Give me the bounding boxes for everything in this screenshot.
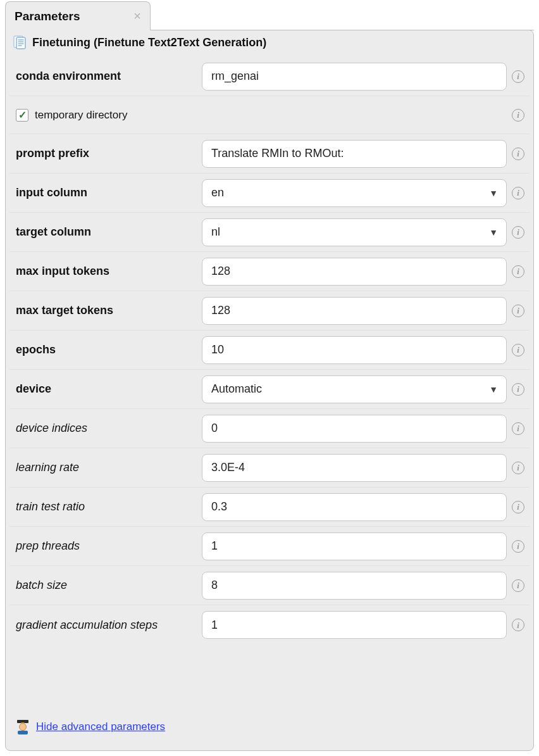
row-prompt-prefix: prompt prefix i [9,134,530,173]
tab-parameters[interactable]: Parameters × [5,1,151,30]
label-gradient-accumulation-steps: gradient accumulation steps [12,619,202,632]
svg-rect-9 [22,722,25,724]
epochs-input[interactable] [202,336,507,364]
target-column-select[interactable] [202,218,507,246]
row-gradient-accumulation-steps: gradient accumulation steps i [9,605,530,645]
info-icon[interactable]: i [512,579,524,592]
svg-rect-8 [18,731,28,734]
row-train-test-ratio: train test ratio i [9,488,530,527]
label-device: device [12,382,202,396]
input-column-select[interactable] [202,179,507,207]
info-icon[interactable]: i [512,265,524,278]
info-icon[interactable]: i [512,619,524,631]
temporary-directory-checkbox[interactable]: ✓ [16,109,28,122]
device-select[interactable] [202,375,507,403]
row-max-target-tokens: max target tokens i [9,291,530,331]
row-epochs: epochs i [9,331,530,370]
row-batch-size: batch size i [9,566,530,605]
label-device-indices: device indices [12,422,202,435]
learning-rate-input[interactable] [202,454,507,482]
parameter-rows: conda environment i ✓ temporary director… [6,57,533,645]
info-icon[interactable]: i [512,187,524,199]
operator-header: Finetuning (Finetune Text2Text Generatio… [6,30,533,57]
row-prep-threads: prep threads i [9,527,530,566]
tab-bar: Parameters × [0,0,539,31]
max-target-tokens-input[interactable] [202,297,507,325]
info-icon[interactable]: i [512,540,524,553]
label-epochs: epochs [12,343,202,356]
train-test-ratio-input[interactable] [202,493,507,521]
svg-rect-1 [16,37,25,49]
info-icon[interactable]: i [512,109,524,122]
label-prep-threads: prep threads [12,539,202,553]
conda-environment-input[interactable] [202,63,507,91]
label-train-test-ratio: train test ratio [12,500,202,513]
info-icon[interactable]: i [512,70,524,83]
row-target-column: target column ▼ i [9,213,530,252]
device-indices-input[interactable] [202,415,507,443]
max-input-tokens-input[interactable] [202,258,507,286]
tab-title: Parameters [15,9,80,23]
operator-title: Finetuning (Finetune Text2Text Generatio… [32,36,266,49]
batch-size-input[interactable] [202,572,507,600]
svg-point-7 [20,724,27,731]
panel-body: Finetuning (Finetune Text2Text Generatio… [5,30,534,751]
info-icon[interactable]: i [512,226,524,239]
gradient-accumulation-steps-input[interactable] [202,611,507,639]
document-icon [13,35,26,49]
row-input-column: input column ▼ i [9,173,530,213]
info-icon[interactable]: i [512,148,524,160]
hide-advanced-link[interactable]: Hide advanced parameters [36,721,165,733]
label-prompt-prefix: prompt prefix [12,147,202,160]
row-device: device ▼ i [9,370,530,409]
row-device-indices: device indices i [9,409,530,448]
info-icon[interactable]: i [512,422,524,435]
row-max-input-tokens: max input tokens i [9,252,530,291]
row-temporary-directory: ✓ temporary directory i [9,96,530,134]
info-icon[interactable]: i [512,383,524,396]
label-max-input-tokens: max input tokens [12,265,202,278]
info-icon[interactable]: i [512,501,524,513]
prep-threads-input[interactable] [202,532,507,560]
label-target-column: target column [12,225,202,239]
info-icon[interactable]: i [512,462,524,474]
parameters-panel: Parameters × Finetuning (Finetune Text2T… [0,0,539,756]
info-icon[interactable]: i [512,305,524,317]
label-temporary-directory: temporary directory [35,109,127,122]
row-conda-environment: conda environment i [9,57,530,96]
label-max-target-tokens: max target tokens [12,304,202,317]
prompt-prefix-input[interactable] [202,140,507,168]
row-learning-rate: learning rate i [9,448,530,488]
checkmark-icon: ✓ [18,110,27,120]
panel-top-border [150,30,534,30]
close-icon[interactable]: × [133,9,141,22]
label-learning-rate: learning rate [12,461,202,474]
mentor-icon [16,719,30,735]
label-batch-size: batch size [12,579,202,592]
info-icon[interactable]: i [512,344,524,356]
label-input-column: input column [12,186,202,199]
label-conda-environment: conda environment [12,70,202,83]
advanced-footer: Hide advanced parameters [16,719,165,735]
